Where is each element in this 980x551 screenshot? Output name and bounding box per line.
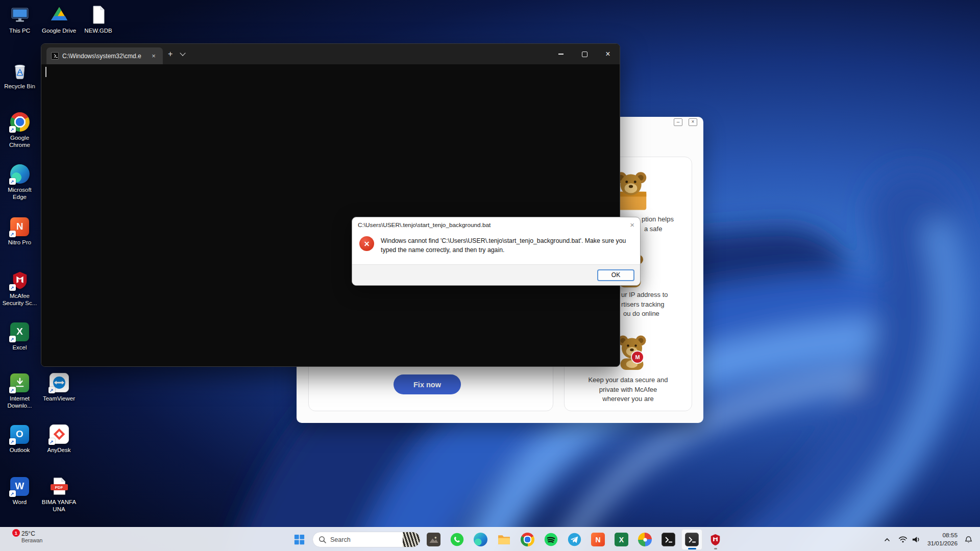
desktop-icon-google-drive[interactable]: Google Drive — [39, 4, 79, 34]
weather-temp: 25°C — [21, 530, 42, 537]
close-button[interactable]: × — [596, 44, 620, 64]
desktop-icon-idm[interactable]: Internet Downlo... — [0, 372, 39, 409]
edge-icon — [9, 163, 31, 185]
desktop-icon-new-gdb[interactable]: NEW.GDB — [79, 4, 118, 34]
desktop-icon-label: Word — [13, 498, 27, 506]
start-button[interactable] — [289, 529, 310, 550]
windows-logo-icon — [294, 534, 305, 545]
taskbar-spotify[interactable] — [541, 529, 561, 550]
cmd-icon — [51, 52, 59, 60]
card-text: a safe — [644, 225, 662, 233]
terminal-icon — [685, 533, 699, 546]
taskbar-cmd[interactable] — [658, 529, 679, 550]
desktop-icon-outlook[interactable]: O Outlook — [0, 423, 39, 454]
edge-icon — [474, 533, 487, 546]
google-drive-icon — [48, 4, 70, 26]
taskbar-chrome[interactable] — [517, 529, 538, 550]
notification-center-button[interactable] — [961, 531, 976, 548]
tab-dropdown-icon[interactable] — [180, 50, 186, 56]
taskbar-mcafee[interactable] — [705, 529, 726, 550]
terminal-titlebar[interactable]: C:\Windows\system32\cmd.e × + × — [41, 44, 620, 64]
desktop-icon-label: Excel — [12, 344, 27, 351]
desktop-icon-anydesk[interactable]: AnyDesk — [39, 423, 79, 454]
wifi-icon — [898, 536, 908, 543]
error-dialog: C:\Users\USER\.tenjo\start_tenjo_backgro… — [352, 217, 641, 286]
desktop-icon-label: TeamViewer — [43, 395, 75, 402]
chrome-icon — [521, 533, 534, 546]
search-placeholder: Search — [330, 536, 399, 543]
fix-now-button[interactable]: Fix now — [394, 374, 461, 394]
desktop-icon-excel[interactable]: X Excel — [0, 321, 39, 351]
mcafee-shield-icon — [9, 269, 31, 291]
cmd-icon — [662, 533, 675, 546]
anydesk-icon — [48, 423, 70, 445]
mcafee-m-badge: M — [631, 350, 644, 364]
weather-condition: Berawan — [21, 537, 42, 543]
ok-button[interactable]: OK — [597, 269, 634, 281]
google-photos-icon — [638, 533, 652, 546]
new-tab-button[interactable]: + — [168, 49, 173, 59]
whatsapp-icon — [450, 533, 464, 546]
desktop-icon-teamviewer[interactable]: TeamViewer — [39, 372, 79, 402]
idm-icon — [9, 372, 31, 393]
minimize-button[interactable] — [549, 44, 573, 64]
shortcut-arrow-icon — [48, 438, 55, 445]
search-input[interactable]: Search — [312, 532, 421, 547]
tab-close-icon[interactable]: × — [149, 52, 158, 61]
shortcut-arrow-icon — [9, 284, 16, 291]
terminal-window: C:\Windows\system32\cmd.e × + × — [41, 43, 620, 367]
word-icon: W — [9, 475, 31, 497]
shortcut-arrow-icon — [9, 387, 16, 393]
desktop-icon-label: McAfee Security Sc... — [1, 292, 39, 307]
taskbar-excel[interactable]: X — [611, 529, 632, 550]
chevron-up-icon — [884, 537, 890, 543]
desktop-icon-word[interactable]: W Word — [0, 475, 39, 506]
desktop-icon-pdf-file[interactable]: PDF BIMA YANFA UNA — [39, 475, 79, 513]
nitro-icon: N — [591, 533, 605, 546]
desktop-icon-this-pc[interactable]: This PC — [0, 4, 39, 34]
taskbar-windows-terminal[interactable] — [681, 529, 702, 550]
taskbar-telegram[interactable] — [564, 529, 585, 550]
taskbar-image-file[interactable] — [423, 529, 444, 550]
taskbar-google-photos[interactable] — [634, 529, 655, 550]
taskbar-file-explorer[interactable] — [494, 529, 514, 550]
maximize-button[interactable] — [573, 44, 596, 64]
shortcut-arrow-icon — [9, 490, 16, 497]
desktop-icon-recycle-bin[interactable]: Recycle Bin — [0, 60, 39, 90]
network-volume-button[interactable] — [895, 531, 924, 548]
terminal-content[interactable] — [41, 64, 620, 367]
show-hidden-icons-button[interactable] — [880, 531, 894, 548]
desktop-icon-label: Microsoft Edge — [1, 186, 39, 201]
desktop-icon-microsoft-edge[interactable]: Microsoft Edge — [0, 163, 39, 201]
clock[interactable]: 08:55 31/01/2026 — [925, 532, 960, 548]
card-text: ur IP address to — [621, 291, 668, 298]
mcafee-shield-icon — [709, 533, 722, 546]
search-icon — [318, 536, 326, 543]
desktop-icon-google-chrome[interactable]: Google Chrome — [0, 111, 39, 148]
desktop-icon-nitro-pro[interactable]: N Nitro Pro — [0, 216, 39, 246]
close-button[interactable]: × — [689, 118, 697, 126]
weather-widget[interactable]: 1 25°C Berawan — [12, 530, 42, 543]
shortcut-arrow-icon — [9, 178, 16, 185]
clock-date: 31/01/2026 — [927, 540, 958, 548]
excel-icon: X — [615, 533, 628, 546]
error-icon: ✕ — [359, 236, 374, 251]
desktop-icon-label: Outlook — [10, 446, 30, 454]
card-text: rtisers tracking — [621, 300, 665, 308]
desktop-icon-label: BIMA YANFA UNA — [40, 498, 79, 513]
desktop-icon-mcafee[interactable]: McAfee Security Sc... — [0, 269, 39, 307]
terminal-tab-title: C:\Windows\system32\cmd.e — [62, 53, 145, 60]
outlook-icon: O — [9, 423, 31, 445]
taskbar-whatsapp[interactable] — [447, 529, 468, 550]
search-daily-image-zebra[interactable] — [403, 532, 420, 547]
minimize-button[interactable]: – — [674, 118, 682, 126]
taskbar-nitro[interactable]: N — [587, 529, 608, 550]
terminal-tab[interactable]: C:\Windows\system32\cmd.e × — [46, 47, 163, 64]
chrome-icon — [9, 111, 31, 133]
taskbar: 1 25°C Berawan Search — [0, 527, 980, 551]
taskbar-edge[interactable] — [470, 529, 491, 550]
dialog-close-icon[interactable]: × — [630, 220, 634, 229]
desktop-icon-label: Google Chrome — [1, 134, 39, 148]
clock-time: 08:55 — [927, 532, 958, 540]
card-text: private with McAfee — [564, 386, 692, 393]
